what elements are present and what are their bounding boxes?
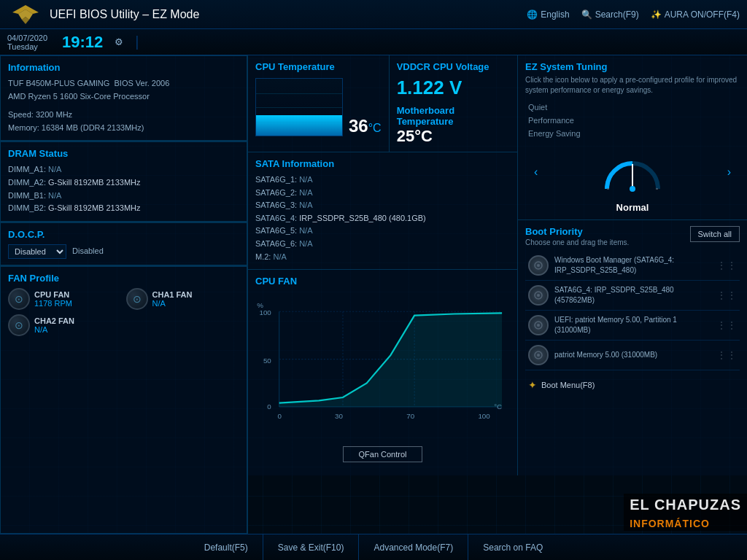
svg-point-17 <box>630 186 635 192</box>
voltage-title: VDDCR CPU Voltage <box>397 61 510 72</box>
sata-2: SATA6G_2: N/A <box>255 187 510 200</box>
date-text: 04/07/2020 <box>7 34 47 42</box>
cha1-fan-item: ⊙ CHA1 FAN N/A <box>126 288 240 310</box>
bottom-bar: Default(F5) Save & Exit(F10) Advanced Mo… <box>0 534 747 560</box>
time-display: 19:12 <box>62 33 103 52</box>
logo <box>7 1 44 27</box>
top-bar: UEFI BIOS Utility – EZ Mode 🌐 English 🔍 … <box>0 0 747 29</box>
cha1-fan-rpm: N/A <box>152 299 193 308</box>
cha2-fan-icon: ⊙ <box>8 314 30 336</box>
docp-panel: D.O.C.P. Disabled Enabled Disabled <box>0 222 247 265</box>
aura-button[interactable]: ✨ AURA ON/OFF(F4) <box>651 9 740 20</box>
boot-item-text-1: SATA6G_4: IRP_SSDPR_S25B_480(457862MB) <box>554 285 711 306</box>
docp-select[interactable]: Disabled Enabled <box>8 244 66 259</box>
sata-title: SATA Information <box>255 158 510 169</box>
svg-point-23 <box>537 294 540 297</box>
svg-text:70: 70 <box>406 413 414 421</box>
boot-item-1[interactable]: SATA6G_4: IRP_SSDPR_S25B_480(457862MB) ⋮… <box>525 281 740 311</box>
tuning-energy-saving[interactable]: Energy Saving <box>525 128 740 139</box>
boot-item-text-3: patriot Memory 5.00 (31000MB) <box>554 350 711 360</box>
boot-header: Boot Priority Choose one and drag the it… <box>525 226 740 246</box>
dram-b2: DIMM_B2: G-Skill 8192MB 2133MHz <box>8 202 239 215</box>
cpu-fan-chart-title: CPU FAN <box>255 276 510 287</box>
cpu-fan-icon: ⊙ <box>8 288 30 310</box>
dram-a1: DIMM_A1: N/A <box>8 163 239 176</box>
cpu-fan-item: ⊙ CPU FAN 1178 RPM <box>8 288 122 310</box>
docp-status: Disabled <box>72 245 104 258</box>
mb-temp-value: 25°C <box>397 127 510 146</box>
tuning-performance[interactable]: Performance <box>525 114 740 126</box>
switch-all-button[interactable]: Switch all <box>690 226 740 242</box>
docp-row: Disabled Enabled Disabled <box>8 244 239 259</box>
svg-point-27 <box>537 354 540 357</box>
cpu-fan-label: CPU FAN <box>34 290 72 299</box>
memory-info: Memory: 16384 MB (DDR4 2133MHz) <box>8 122 239 135</box>
aura-label: AURA ON/OFF(F4) <box>665 9 740 20</box>
boot-item-0[interactable]: Windows Boot Manager (SATA6G_4:IRP_SSDPR… <box>525 251 740 281</box>
default-button[interactable]: Default(F5) <box>190 534 263 560</box>
top-bar-right: 🌐 English 🔍 Search(F9) ✨ AURA ON/OFF(F4) <box>527 9 740 20</box>
boot-item-2[interactable]: UEFI: patriot Memory 5.00, Partition 1(3… <box>525 311 740 341</box>
bios-title: UEFI BIOS Utility – EZ Mode <box>50 8 527 21</box>
gauge-row: ‹ › <box>525 145 740 199</box>
sata-4: SATA6G_4: IRP_SSDPR_S25B_480 (480.1GB) <box>255 212 510 225</box>
boot-priority-panel: Boot Priority Choose one and drag the it… <box>518 220 747 475</box>
language-selector[interactable]: 🌐 English <box>527 9 569 20</box>
date-display: 04/07/2020 Tuesday <box>7 34 47 51</box>
cha1-fan-icon: ⊙ <box>126 288 148 310</box>
fan-profile-title: FAN Profile <box>8 273 239 284</box>
dram-b1: DIMM_B1: N/A <box>8 190 239 203</box>
search-label: Search(F9) <box>595 9 639 20</box>
tuning-options: Quiet Performance Energy Saving <box>525 101 740 139</box>
boot-priority-desc: Choose one and drag the items. <box>525 238 629 246</box>
voltage-panel: VDDCR CPU Voltage 1.122 V Motherboard Te… <box>390 55 517 152</box>
ez-tuning-panel: EZ System Tuning Click the icon below to… <box>518 55 747 220</box>
watermark-line2: INFORMÁTICO <box>624 516 747 531</box>
boot-disk-icon-0 <box>528 255 549 276</box>
boot-item-dots-3: ⋮⋮ <box>716 349 737 361</box>
sata-5: SATA6G_5: N/A <box>255 225 510 238</box>
top-middle-row: CPU Temperature 36°C VDDCR CPU <box>248 55 517 152</box>
cha2-fan-item: ⊙ CHA2 FAN N/A <box>8 314 122 336</box>
cha1-fan-label: CHA1 FAN <box>152 290 193 299</box>
tuning-quiet[interactable]: Quiet <box>525 101 740 113</box>
watermark: EL CHAPUZAS INFORMÁTICO <box>624 494 747 531</box>
sata-6: SATA6G_6: N/A <box>255 238 510 251</box>
boot-item-dots-2: ⋮⋮ <box>716 319 737 331</box>
boot-item-text-0: Windows Boot Manager (SATA6G_4:IRP_SSDPR… <box>554 255 711 276</box>
sata-3: SATA6G_3: N/A <box>255 199 510 212</box>
svg-text:0: 0 <box>267 402 271 411</box>
gauge-next-button[interactable]: › <box>721 164 737 180</box>
search-faq-button[interactable]: Search on FAQ <box>468 534 557 560</box>
dram-a2: DIMM_A2: G-Skill 8192MB 2133MHz <box>8 176 239 190</box>
search-icon: 🔍 <box>581 9 592 20</box>
search-button[interactable]: 🔍 Search(F9) <box>581 9 639 20</box>
temp-bar-container <box>255 78 343 136</box>
svg-text:30: 30 <box>335 413 343 421</box>
boot-menu-label[interactable]: Boot Menu(F8) <box>541 381 595 389</box>
advanced-mode-button[interactable]: Advanced Mode(F7) <box>359 534 468 560</box>
boot-item-text-2: UEFI: patriot Memory 5.00, Partition 1(3… <box>554 315 711 335</box>
svg-text:%: % <box>257 301 263 309</box>
sata-panel: SATA Information SATA6G_1: N/A SATA6G_2:… <box>248 152 517 270</box>
left-column: Information TUF B450M-PLUS GAMING BIOS V… <box>0 55 248 534</box>
settings-icon[interactable]: ⚙ <box>115 36 123 47</box>
language-label: English <box>541 9 569 20</box>
board-info: TUF B450M-PLUS GAMING BIOS Ver. 2006 <box>8 77 239 90</box>
cpu-temp-unit: °C <box>368 122 382 134</box>
qfan-button[interactable]: QFan Control <box>343 446 422 462</box>
gauge-label: Normal <box>616 202 649 213</box>
day-text: Tuesday <box>7 42 47 51</box>
boot-disk-icon-2 <box>528 315 549 335</box>
save-exit-button[interactable]: Save & Exit(F10) <box>263 534 360 560</box>
dram-panel: DRAM Status DIMM_A1: N/A DIMM_A2: G-Skil… <box>0 141 247 221</box>
boot-menu-row: ✦ Boot Menu(F8) <box>525 376 740 394</box>
cpu-temp-value: 36 <box>349 116 368 136</box>
middle-column: CPU Temperature 36°C VDDCR CPU <box>248 55 518 475</box>
gauge-container <box>600 145 665 199</box>
gauge-prev-button[interactable]: ‹ <box>528 164 543 180</box>
boot-item-3[interactable]: patriot Memory 5.00 (31000MB) ⋮⋮ <box>525 341 740 370</box>
right-column: EZ System Tuning Click the icon below to… <box>518 55 747 475</box>
docp-title: D.O.C.P. <box>8 229 239 240</box>
chart-container: 100 50 0 % 0 30 70 100 °C <box>255 294 510 440</box>
